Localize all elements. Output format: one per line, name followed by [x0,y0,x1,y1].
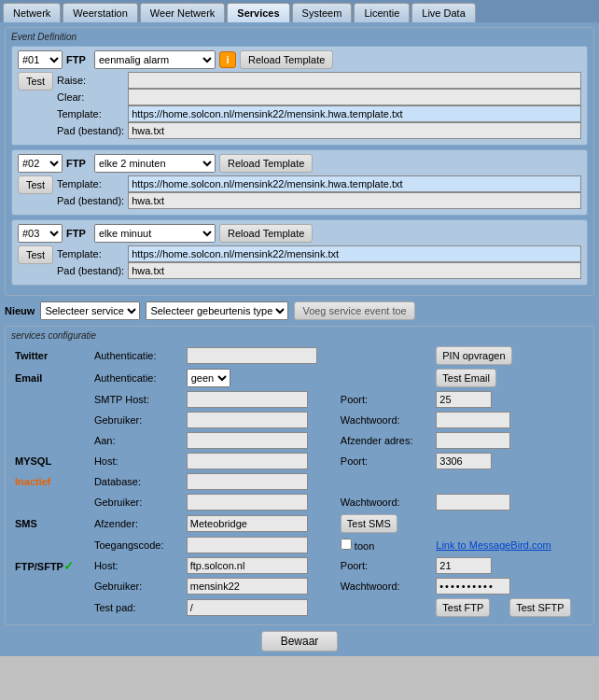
event-01-freq-select[interactable]: eenmalig alarm [94,50,216,69]
event-01-info-button[interactable]: i [219,51,236,68]
event-01-clear-row: Clear: [57,89,581,105]
email-wachtwoord-input[interactable] [436,412,510,428]
event-03-reload-button[interactable]: Reload Template [219,224,313,243]
ftp-row-1: FTP/SFTP✓ Host: Poort: [11,555,588,576]
event-01-raise-input[interactable] [128,72,581,89]
event-02-pad-input[interactable] [128,192,581,209]
event-01-clear-input[interactable] [128,89,581,105]
event-03-template-input[interactable] [128,245,581,262]
email-aan-input[interactable] [187,432,308,449]
event-01-template-row: Template: [57,105,581,122]
sms-toegang-label: Toegangscode: [91,535,183,555]
event-01-template-label: Template: [57,105,128,122]
event-01-num-select[interactable]: #01 [18,50,63,69]
event-group-03: #03 FTP elke minuut Reload Template Test… [11,219,588,286]
email-smtp-input[interactable] [187,391,308,408]
ftp-testpad-input[interactable] [187,599,308,616]
twitter-pin-button[interactable]: PIN opvragen [436,346,511,365]
email-auth-select[interactable]: geen [187,369,230,387]
event-02-pad-label: Pad (bestand): [57,192,128,209]
sms-afzender-label: Afzender: [91,512,183,535]
mysql-wachtwoord-label: Wachtwoord: [337,492,432,512]
email-poort-input[interactable] [436,391,492,408]
email-row-1: Email Authenticatie: geen Test Email [11,367,588,389]
email-smtp-label: SMTP Host: [91,389,183,410]
tab-netwerk[interactable]: Netwerk [3,3,61,22]
ftp-test-ftp-button[interactable]: Test FTP [436,598,490,617]
ftp-wachtwoord-input[interactable] [436,578,510,595]
mysql-poort-label: Poort: [337,451,432,471]
email-afzender-input[interactable] [436,432,510,449]
tab-licentie[interactable]: Licentie [354,3,410,22]
bewaar-button[interactable]: Bewaar [261,631,339,651]
sms-toon-checkbox[interactable] [341,539,352,550]
tab-weerstation[interactable]: Weerstation [63,3,138,22]
event-definition-section: Event Definition #01 FTP eenmalig alarm … [5,27,594,296]
mysql-gebruiker-input[interactable] [187,494,308,511]
mysql-wachtwoord-input[interactable] [436,494,510,511]
mysql-inactive-label: Inactief [11,471,91,492]
twitter-auth-input[interactable] [187,347,317,364]
event-02-freq-select[interactable]: elke 2 minuten [94,154,216,173]
mysql-poort-input[interactable] [436,453,492,469]
event-01-pad-row: Pad (bestand): [57,122,581,139]
event-02-reload-button[interactable]: Reload Template [219,154,313,173]
service-select[interactable]: Selecteer service [40,301,140,320]
mysql-database-input[interactable] [187,473,308,490]
event-02-num-select[interactable]: #02 [18,154,63,173]
nieuw-label: Nieuw [5,305,35,316]
sms-afzender-input[interactable] [187,515,308,532]
event-01-pad-input[interactable] [128,122,581,139]
event-02-template-input[interactable] [128,175,581,192]
sms-toegang-input[interactable] [187,537,308,553]
tab-bar: Netwerk Weerstation Weer Netwerk Service… [0,0,599,22]
tab-services[interactable]: Services [227,3,289,22]
services-config-title: services configuratie [11,330,588,341]
event-02-test-button[interactable]: Test [18,175,53,194]
ftp-gebruiker-label: Gebruiker: [91,576,183,596]
ftp-row-2: Gebruiker: Wachtwoord: [11,576,588,596]
tab-weer-netwerk[interactable]: Weer Netwerk [140,3,225,22]
event-01-template-input[interactable] [128,105,581,122]
event-group-01: #01 FTP eenmalig alarm i Reload Template… [11,46,588,146]
event-01-header: #01 FTP eenmalig alarm i Reload Template [18,50,581,69]
email-row-2: SMTP Host: Poort: [11,389,588,410]
sms-label: SMS [11,512,91,535]
twitter-label: Twitter [11,344,91,367]
services-config-section: services configuratie Twitter Authentica… [5,326,594,625]
event-03-pad-input[interactable] [128,262,581,279]
tab-live-data[interactable]: Live Data [411,3,475,22]
email-poort-label: Poort: [337,389,432,410]
sms-messagebird-link[interactable]: Link to MessageBird.com [436,539,551,551]
ftp-gebruiker-input[interactable] [187,578,308,595]
ftp-host-label: Host: [91,555,183,576]
voeg-button[interactable]: Voeg service event toe [294,301,414,320]
event-03-num-select[interactable]: #03 [18,224,63,243]
twitter-row: Twitter Authenticatie: PIN opvragen [11,344,588,367]
event-03-freq-select[interactable]: elke minuut [94,224,216,243]
event-01-type: FTP [66,54,91,65]
email-label: Email [11,367,91,389]
event-01-test-button[interactable]: Test [18,72,53,91]
email-afzender-label: Afzender adres: [337,430,432,451]
event-02-template-label: Template: [57,175,128,192]
sms-test-button[interactable]: Test SMS [341,514,397,533]
tab-systeem[interactable]: Systeem [292,3,353,22]
email-gebruiker-input[interactable] [187,412,308,428]
event-03-test-button[interactable]: Test [18,245,53,264]
ftp-test-sftp-button[interactable]: Test SFTP [509,598,570,617]
event-type-select[interactable]: Selecteer gebeurtenis type [146,301,288,320]
mysql-host-input[interactable] [187,453,308,469]
mysql-row-1: MYSQL Host: Poort: [11,451,588,471]
ftp-host-input[interactable] [187,557,308,574]
ftp-label: FTP/SFTP✓ [11,555,91,576]
ftp-poort-input[interactable] [436,557,492,574]
event-01-raise-row: Raise: [57,72,581,89]
sms-toon-label: toon [355,540,374,552]
sms-row-2: Toegangscode: toon Link to MessageBird.c… [11,535,588,555]
event-01-reload-button[interactable]: Reload Template [240,50,333,69]
services-table: Twitter Authenticatie: PIN opvragen Emai… [11,344,588,619]
email-row-3: Gebruiker: Wachtwoord: [11,410,588,430]
email-test-button[interactable]: Test Email [436,369,496,387]
event-02-header: #02 FTP elke 2 minuten Reload Template [18,154,581,173]
